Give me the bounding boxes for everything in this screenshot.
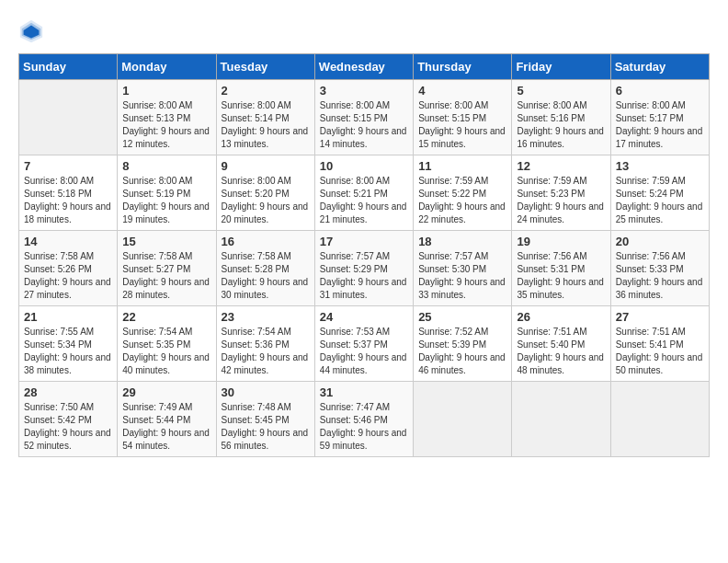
- sunset: Sunset: 5:37 PM: [320, 339, 388, 350]
- day-info: Sunrise: 7:59 AM Sunset: 5:23 PM Dayligh…: [517, 175, 605, 226]
- day-number: 24: [320, 310, 408, 324]
- day-number: 20: [616, 235, 704, 248]
- daylight: Daylight: 9 hours and 28 minutes.: [122, 277, 210, 300]
- calendar-cell: 26 Sunrise: 7:51 AM Sunset: 5:40 PM Dayl…: [512, 306, 610, 382]
- day-info: Sunrise: 7:50 AM Sunset: 5:42 PM Dayligh…: [24, 401, 112, 453]
- day-info: Sunrise: 8:00 AM Sunset: 5:18 PM Dayligh…: [24, 175, 112, 226]
- calendar-cell: 24 Sunrise: 7:53 AM Sunset: 5:37 PM Dayl…: [314, 306, 413, 382]
- sunrise: Sunrise: 8:00 AM: [320, 176, 390, 186]
- sunrise: Sunrise: 7:56 AM: [517, 251, 586, 261]
- day-number: 10: [320, 159, 408, 173]
- daylight: Daylight: 9 hours and 59 minutes.: [320, 428, 407, 451]
- day-number: 1: [122, 84, 210, 98]
- calendar-week-3: 14 Sunrise: 7:58 AM Sunset: 5:26 PM Dayl…: [19, 231, 710, 306]
- calendar-cell: 18 Sunrise: 7:57 AM Sunset: 5:30 PM Dayl…: [414, 231, 512, 306]
- sunrise: Sunrise: 7:57 AM: [418, 251, 488, 261]
- sunrise: Sunrise: 7:50 AM: [24, 402, 94, 412]
- daylight: Daylight: 9 hours and 56 minutes.: [222, 428, 309, 451]
- daylight: Daylight: 9 hours and 19 minutes.: [122, 201, 210, 224]
- day-number: 4: [418, 84, 506, 98]
- day-info: Sunrise: 7:47 AM Sunset: 5:46 PM Dayligh…: [320, 401, 408, 453]
- day-info: Sunrise: 7:51 AM Sunset: 5:40 PM Dayligh…: [517, 326, 605, 377]
- calendar-cell: 29 Sunrise: 7:49 AM Sunset: 5:44 PM Dayl…: [118, 382, 216, 457]
- sunset: Sunset: 5:20 PM: [222, 189, 290, 199]
- weekday-header-thursday: Thursday: [414, 54, 512, 80]
- day-number: 12: [517, 159, 605, 173]
- day-number: 28: [24, 385, 112, 399]
- day-number: 18: [418, 235, 506, 248]
- calendar-cell: 16 Sunrise: 7:58 AM Sunset: 5:28 PM Dayl…: [216, 231, 314, 306]
- calendar-cell: 5 Sunrise: 8:00 AM Sunset: 5:16 PM Dayli…: [512, 80, 610, 155]
- day-number: 30: [222, 385, 310, 399]
- day-number: 22: [122, 310, 210, 324]
- sunrise: Sunrise: 7:48 AM: [222, 402, 291, 412]
- sunset: Sunset: 5:42 PM: [24, 415, 92, 425]
- daylight: Daylight: 9 hours and 42 minutes.: [222, 352, 309, 375]
- day-info: Sunrise: 7:51 AM Sunset: 5:41 PM Dayligh…: [616, 326, 704, 377]
- day-info: Sunrise: 8:00 AM Sunset: 5:21 PM Dayligh…: [320, 175, 408, 226]
- sunrise: Sunrise: 7:59 AM: [517, 176, 586, 186]
- sunrise: Sunrise: 7:51 AM: [517, 327, 586, 337]
- sunrise: Sunrise: 7:51 AM: [616, 327, 686, 337]
- sunset: Sunset: 5:17 PM: [616, 113, 684, 123]
- daylight: Daylight: 9 hours and 17 minutes.: [616, 126, 703, 149]
- daylight: Daylight: 9 hours and 44 minutes.: [320, 352, 407, 375]
- sunset: Sunset: 5:44 PM: [122, 415, 190, 425]
- daylight: Daylight: 9 hours and 30 minutes.: [222, 277, 309, 300]
- day-info: Sunrise: 7:59 AM Sunset: 5:24 PM Dayligh…: [616, 175, 704, 226]
- daylight: Daylight: 9 hours and 21 minutes.: [320, 201, 407, 224]
- sunrise: Sunrise: 8:00 AM: [122, 176, 192, 186]
- sunrise: Sunrise: 8:00 AM: [320, 100, 390, 110]
- day-info: Sunrise: 7:56 AM Sunset: 5:31 PM Dayligh…: [517, 250, 605, 302]
- calendar-cell: 21 Sunrise: 7:55 AM Sunset: 5:34 PM Dayl…: [19, 306, 118, 382]
- calendar-body: 1 Sunrise: 8:00 AM Sunset: 5:13 PM Dayli…: [19, 80, 710, 457]
- daylight: Daylight: 9 hours and 36 minutes.: [616, 277, 703, 300]
- sunset: Sunset: 5:41 PM: [616, 339, 684, 350]
- daylight: Daylight: 9 hours and 18 minutes.: [24, 201, 111, 224]
- sunset: Sunset: 5:31 PM: [517, 264, 585, 274]
- sunset: Sunset: 5:45 PM: [222, 415, 290, 425]
- sunset: Sunset: 5:33 PM: [616, 264, 684, 274]
- daylight: Daylight: 9 hours and 46 minutes.: [418, 352, 506, 375]
- day-info: Sunrise: 8:00 AM Sunset: 5:19 PM Dayligh…: [122, 175, 210, 226]
- day-info: Sunrise: 7:48 AM Sunset: 5:45 PM Dayligh…: [222, 401, 310, 453]
- sunrise: Sunrise: 8:00 AM: [418, 100, 488, 110]
- sunrise: Sunrise: 7:58 AM: [222, 251, 291, 261]
- day-info: Sunrise: 7:52 AM Sunset: 5:39 PM Dayligh…: [418, 326, 506, 377]
- day-number: 5: [517, 84, 605, 98]
- daylight: Daylight: 9 hours and 50 minutes.: [616, 352, 703, 375]
- daylight: Daylight: 9 hours and 12 minutes.: [122, 126, 210, 149]
- daylight: Daylight: 9 hours and 31 minutes.: [320, 277, 407, 300]
- day-number: 15: [122, 235, 210, 248]
- sunset: Sunset: 5:28 PM: [222, 264, 290, 274]
- weekday-header-monday: Monday: [118, 54, 216, 80]
- calendar-week-5: 28 Sunrise: 7:50 AM Sunset: 5:42 PM Dayl…: [19, 382, 710, 457]
- weekday-header-wednesday: Wednesday: [314, 54, 413, 80]
- logo: [18, 18, 48, 44]
- calendar-cell: [610, 382, 709, 457]
- daylight: Daylight: 9 hours and 54 minutes.: [122, 428, 210, 451]
- weekday-header-saturday: Saturday: [610, 54, 709, 80]
- daylight: Daylight: 9 hours and 20 minutes.: [222, 201, 309, 224]
- logo-icon: [18, 18, 44, 44]
- sunset: Sunset: 5:46 PM: [320, 415, 388, 425]
- calendar-cell: 3 Sunrise: 8:00 AM Sunset: 5:15 PM Dayli…: [314, 80, 413, 155]
- daylight: Daylight: 9 hours and 35 minutes.: [517, 277, 604, 300]
- calendar-cell: 15 Sunrise: 7:58 AM Sunset: 5:27 PM Dayl…: [118, 231, 216, 306]
- day-info: Sunrise: 7:54 AM Sunset: 5:36 PM Dayligh…: [222, 326, 310, 377]
- page-header: [18, 18, 710, 44]
- calendar-cell: [19, 80, 118, 155]
- day-number: 16: [222, 235, 310, 248]
- sunset: Sunset: 5:19 PM: [122, 189, 190, 199]
- sunrise: Sunrise: 8:00 AM: [616, 100, 686, 110]
- calendar-cell: 12 Sunrise: 7:59 AM Sunset: 5:23 PM Dayl…: [512, 155, 610, 231]
- daylight: Daylight: 9 hours and 14 minutes.: [320, 126, 407, 149]
- sunset: Sunset: 5:14 PM: [222, 113, 290, 123]
- calendar-cell: 31 Sunrise: 7:47 AM Sunset: 5:46 PM Dayl…: [314, 382, 413, 457]
- daylight: Daylight: 9 hours and 15 minutes.: [418, 126, 506, 149]
- day-number: 3: [320, 84, 408, 98]
- day-number: 14: [24, 235, 112, 248]
- sunset: Sunset: 5:18 PM: [24, 189, 92, 199]
- day-number: 13: [616, 159, 704, 173]
- day-info: Sunrise: 7:53 AM Sunset: 5:37 PM Dayligh…: [320, 326, 408, 377]
